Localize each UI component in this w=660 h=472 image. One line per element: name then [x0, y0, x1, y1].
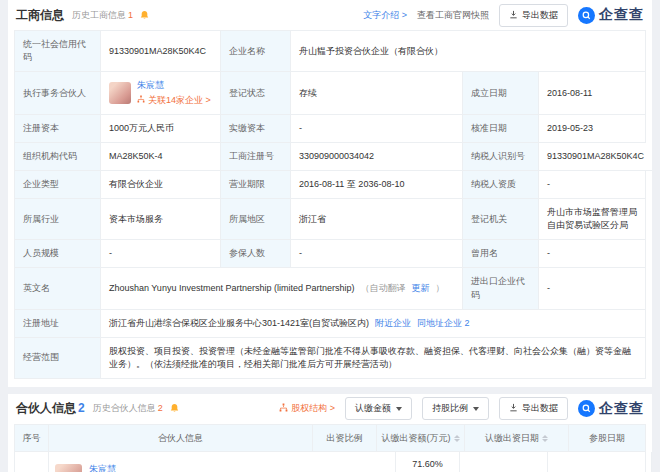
table-row: 人员规模 - 参保人数 - 曾用名 - — [15, 240, 645, 268]
bell-icon[interactable] — [139, 10, 150, 21]
column-header-ratio: 出资比例 — [313, 425, 377, 453]
related-companies-link[interactable]: 关联14家企业 > — [137, 94, 211, 107]
business-info-header: 工商信息 历史工商信息1 文字介绍 > 查看工商官网快照 导出数据 企查查 — [14, 0, 646, 30]
field-label: 英文名 — [15, 268, 101, 309]
reg-authority-value: 舟山市市场监督管理局自由贸易试验区分局 — [539, 199, 645, 240]
business-term-value: 2016-08-11 至 2036-08-10 — [291, 171, 463, 199]
table-row: 注册资本 1000万元人民币 实缴资本 - 核准日期 2019-05-23 — [15, 115, 645, 143]
shareholding-ratio-filter[interactable]: 持股比例 — [422, 397, 489, 420]
field-label: 注册地址 — [15, 310, 101, 338]
text-intro-link[interactable]: 文字介绍 > — [363, 9, 407, 22]
relation-icon — [137, 94, 145, 107]
staff-size-value: - — [101, 240, 221, 268]
english-name-cell: Zhoushan Yunyu Investment Partnership (l… — [101, 268, 463, 309]
field-label: 进出口企业代码 — [463, 268, 539, 309]
history-partners-link[interactable]: 历史合伙人信息2 — [93, 402, 163, 415]
partner-name-link[interactable]: 朱宸慧 — [137, 79, 211, 92]
managing-partner-cell: 朱宸慧 关联14家企业 > — [101, 72, 221, 115]
qichacha-logo-icon — [578, 7, 595, 24]
equity-structure-link[interactable]: 股权结构 > — [279, 402, 335, 415]
field-label: 企业名称 — [221, 31, 291, 72]
join-date-value: - — [652, 452, 660, 472]
credit-code-value: 91330901MA28K50K4C — [101, 31, 221, 72]
business-scope-value: 股权投资、项目投资、投资管理（未经金融等监管部门批准不得从事吸收存款、融资担保、… — [101, 338, 645, 379]
address-value: 浙江省舟山港综合保税区企业服务中心301-1421室(自贸试验区内) — [109, 317, 369, 330]
subscribed-amount-filter[interactable]: 认缴金额 — [345, 397, 412, 420]
industry-value: 资本市场服务 — [101, 199, 221, 240]
field-label: 实缴资本 — [221, 115, 291, 143]
history-business-info-link[interactable]: 历史工商信息1 — [72, 9, 133, 22]
update-translation-link[interactable]: 更新 — [411, 282, 429, 295]
amount-value: 716 — [460, 452, 548, 472]
export-data-button[interactable]: 导出数据 — [499, 4, 568, 27]
english-name-value: Zhoushan Yunyu Investment Partnership (l… — [109, 282, 354, 295]
partners-count: 2 — [78, 401, 85, 415]
partners-header: 合伙人信息2 历史合伙人信息2 股权结构 > 认缴金额 持股比例 导出数据 — [14, 394, 646, 424]
business-info-table: 统一社会信用代码 91330901MA28K50K4C 企业名称 舟山韫予投资合… — [14, 30, 646, 379]
sort-icon — [454, 435, 460, 442]
org-code-value: MA28K50K-4 — [101, 143, 221, 171]
avatar[interactable] — [55, 464, 82, 472]
partners-table-header: 序号 合伙人信息 出资比例 认缴出资额(万元) 认缴出资日期 参股日期 — [15, 425, 645, 453]
column-header-no: 序号 — [15, 425, 49, 453]
field-label: 工商注册号 — [221, 143, 291, 171]
field-label: 人员规模 — [15, 240, 101, 268]
field-label: 所属地区 — [221, 199, 291, 240]
reg-status-value: 存续 — [291, 72, 463, 115]
field-label: 纳税人资质 — [463, 171, 539, 199]
table-row: 注册地址 浙江省舟山港综合保税区企业服务中心301-1421室(自贸试验区内) … — [15, 310, 645, 338]
table-row: 所属行业 资本市场服务 所属地区 浙江省 登记机关 舟山市市场监督管理局自由贸易… — [15, 199, 645, 240]
field-label: 纳税人识别号 — [463, 143, 539, 171]
ratio-cell: 71.60% 持股详情 > — [396, 452, 460, 472]
sort-icon — [542, 435, 548, 442]
est-date-value: 2016-08-11 — [539, 72, 645, 115]
table-row: 英文名 Zhoushan Yunyu Investment Partnershi… — [15, 268, 645, 309]
section-title: 合伙人信息2 — [16, 400, 85, 417]
ratio-value: 71.60% — [412, 458, 443, 471]
field-label: 参保人数 — [221, 240, 291, 268]
chevron-down-icon — [473, 407, 479, 411]
taxpayer-id-value: 91330901MA28K50K4C — [539, 143, 652, 171]
former-name-value: - — [539, 240, 645, 268]
download-icon — [509, 403, 518, 414]
same-address-companies-link[interactable]: 同地址企业 2 — [417, 317, 470, 330]
partner-name-link[interactable]: 朱宸慧 — [89, 464, 116, 472]
table-row: 经营范围 股权投资、项目投资、投资管理（未经金融等监管部门批准不得从事吸收存款、… — [15, 338, 645, 379]
company-type-value: 有限合伙企业 — [101, 171, 221, 199]
download-icon — [509, 10, 518, 21]
chevron-down-icon — [396, 407, 402, 411]
column-header-info: 合伙人信息 — [49, 425, 313, 453]
row-number: 1 — [15, 452, 49, 472]
reg-no-value: 330909000034042 — [291, 143, 463, 171]
equity-structure-icon — [279, 403, 288, 414]
column-header-amount-sortable[interactable]: 认缴出资额(万元) — [377, 425, 465, 453]
field-label: 登记机关 — [463, 199, 539, 240]
company-name-value: 舟山韫予投资合伙企业（有限合伙） — [291, 31, 645, 72]
paid-capital-value: - — [291, 115, 463, 143]
table-row: 企业类型 有限合伙企业 营业期限 2016-08-11 至 2036-08-10… — [15, 171, 645, 199]
partners-table: 序号 合伙人信息 出资比例 认缴出资额(万元) 认缴出资日期 参股日期 1 朱宸… — [14, 424, 646, 472]
partner-row: 1 朱宸慧 执行事务合伙人 实际控制人 最终受益人 有股权冻结 关联14家企业 … — [15, 452, 645, 472]
field-label: 统一社会信用代码 — [15, 31, 101, 72]
partners-card: 合伙人信息2 历史合伙人信息2 股权结构 > 认缴金额 持股比例 导出数据 — [8, 394, 652, 472]
partner-info-cell: 朱宸慧 执行事务合伙人 实际控制人 最终受益人 有股权冻结 关联14家企业 > — [49, 452, 396, 472]
avatar[interactable] — [109, 82, 131, 104]
export-data-button[interactable]: 导出数据 — [499, 397, 568, 420]
nearby-companies-link[interactable]: 附近企业 — [375, 317, 411, 330]
official-snapshot-link[interactable]: 查看工商官网快照 — [417, 9, 489, 22]
field-label: 成立日期 — [463, 72, 539, 115]
import-export-code-value: - — [539, 268, 645, 309]
qichacha-logo-icon — [578, 400, 595, 417]
field-label: 核准日期 — [463, 115, 539, 143]
field-label: 组织机构代码 — [15, 143, 101, 171]
subscribe-date-value: - — [548, 452, 652, 472]
table-row: 执行事务合伙人 朱宸慧 关联14家企业 > 登记状态 存续 成立日期 2016-… — [15, 72, 645, 115]
qichacha-logo: 企查查 — [578, 6, 644, 24]
field-label: 曾用名 — [463, 240, 539, 268]
bell-icon[interactable] — [169, 403, 180, 414]
field-label: 注册资本 — [15, 115, 101, 143]
insured-count-value: - — [291, 240, 463, 268]
taxpayer-quality-value: - — [539, 171, 645, 199]
business-info-card: 工商信息 历史工商信息1 文字介绍 > 查看工商官网快照 导出数据 企查查 统一… — [8, 0, 652, 387]
column-header-subscribe-date-sortable[interactable]: 认缴出资日期 — [465, 425, 569, 453]
